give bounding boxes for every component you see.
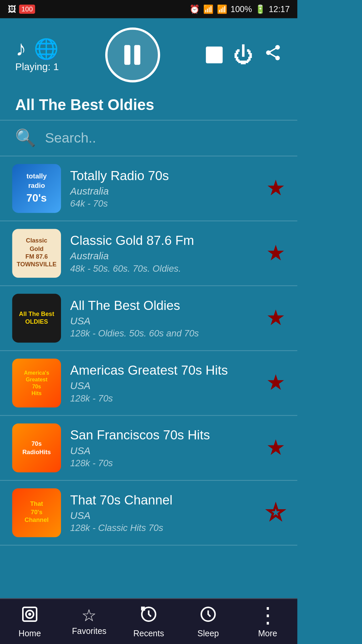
favorite-button[interactable]: ★: [266, 308, 285, 329]
music-icon[interactable]: ♪: [16, 38, 26, 59]
station-logo: That70'sChannel: [12, 488, 61, 537]
nav-recents[interactable]: Recents: [119, 599, 178, 644]
station-country: USA: [70, 444, 257, 456]
station-logo: America'sGreatest70sHits: [12, 359, 61, 408]
station-list: totallyradio70's Totally Radio 70s Austr…: [0, 156, 297, 598]
station-name: Classic Gold 87.6 Fm: [70, 233, 257, 248]
share-button[interactable]: [264, 44, 282, 66]
station-info: Americas Greatest 70s Hits USA 128k - 70…: [70, 363, 257, 404]
station-country: Australia: [70, 250, 257, 261]
station-info: Classic Gold 87.6 Fm Australia 48k - 50s…: [70, 233, 257, 274]
favorites-label: Favorites: [72, 627, 107, 636]
favorite-button[interactable]: ★: [266, 372, 285, 394]
list-item[interactable]: 70sRadioHits San Franciscos 70s Hits USA…: [0, 416, 297, 481]
list-item[interactable]: All The BestOLDIES All The Best Oldies U…: [0, 286, 297, 351]
pause-button[interactable]: [105, 28, 160, 83]
content-area: 🔍 totallyradio70's Totally Radio 70s Aus…: [0, 120, 297, 598]
station-info: All The Best Oldies USA 128k - Oldies. 5…: [70, 298, 257, 338]
search-input[interactable]: [45, 130, 282, 146]
battery-text: 100%: [231, 5, 252, 14]
station-country: Australia: [70, 185, 257, 197]
playing-label: Playing: 1: [15, 61, 59, 72]
pause-icon: [124, 45, 140, 65]
station-logo: ClassicGoldFM 87.6TOWNSVILLE: [12, 229, 61, 278]
favorite-button[interactable]: ★: [266, 437, 285, 459]
station-logo: 70sRadioHits: [12, 424, 61, 473]
player-area: ♪ 🌐 Playing: 1 ⏻: [0, 18, 297, 89]
pause-bar-left: [124, 45, 130, 65]
status-bar: 🖼 100 ⏰ 📶 📶 100% 🔋 12:17: [0, 0, 297, 18]
app-container: 🖼 100 ⏰ 📶 📶 100% 🔋 12:17 ♪ 🌐 Playing: 1: [0, 0, 297, 644]
bottom-nav: Home ☆ Favorites Recents: [0, 598, 297, 644]
more-icon: ⋮: [257, 605, 279, 627]
time-display: 12:17: [269, 5, 290, 14]
nav-home[interactable]: Home: [0, 599, 59, 644]
player-center: [105, 28, 160, 83]
sleep-icon: [199, 605, 218, 627]
station-meta: 128k - 70s: [70, 458, 257, 468]
favorite-button[interactable]: ★: [266, 178, 285, 199]
player-left-row: ♪ 🌐: [16, 38, 58, 59]
recents-label: Recents: [133, 629, 164, 638]
station-logo: totallyradio70's: [12, 164, 61, 213]
favorite-button[interactable]: ☆: [266, 502, 285, 524]
station-logo: All The BestOLDIES: [12, 294, 61, 343]
now-playing-title: All The Best Oldies: [0, 89, 297, 121]
search-bar: 🔍: [0, 120, 297, 156]
home-label: Home: [18, 629, 41, 638]
station-info: San Franciscos 70s Hits USA 128k - 70s: [70, 428, 257, 468]
station-name: San Franciscos 70s Hits: [70, 428, 257, 443]
station-meta: 128k - Classic Hits 70s: [70, 522, 257, 533]
station-country: USA: [70, 315, 257, 326]
station-info: That 70s Channel USA 128k - Classic Hits…: [70, 492, 257, 533]
photo-icon: 🖼: [8, 5, 16, 14]
battery-icon: 🔋: [255, 4, 266, 14]
station-meta: 128k - 70s: [70, 392, 257, 403]
globe-icon[interactable]: 🌐: [34, 39, 58, 58]
station-name: Totally Radio 70s: [70, 168, 257, 183]
favorite-button[interactable]: ★: [266, 243, 285, 264]
station-info: Totally Radio 70s Australia 64k - 70s: [70, 168, 257, 209]
wifi-icon: 📶: [203, 4, 214, 14]
pause-bar-right: [134, 45, 140, 65]
signal-icon: 📶: [217, 4, 228, 14]
radio-app-icon: 100: [19, 5, 35, 14]
search-icon: 🔍: [15, 128, 36, 148]
station-name: All The Best Oldies: [70, 298, 257, 313]
station-meta: 48k - 50s. 60s. 70s. Oldies.: [70, 263, 257, 274]
station-country: USA: [70, 509, 257, 521]
nav-more[interactable]: ⋮ More: [238, 599, 297, 644]
station-country: USA: [70, 380, 257, 391]
svg-point-2: [29, 613, 31, 615]
alarm-icon: ⏰: [189, 4, 200, 14]
status-left: 🖼 100: [8, 5, 35, 14]
list-item[interactable]: totallyradio70's Totally Radio 70s Austr…: [0, 156, 297, 221]
nav-favorites[interactable]: ☆ Favorites: [59, 599, 119, 644]
home-icon: [20, 605, 39, 627]
stop-button[interactable]: [206, 47, 223, 63]
list-item[interactable]: America'sGreatest70sHits Americas Greate…: [0, 351, 297, 416]
player-left-controls: ♪ 🌐 Playing: 1: [15, 38, 59, 72]
sleep-label: Sleep: [197, 629, 219, 638]
power-button[interactable]: ⏻: [233, 43, 253, 67]
player-right-controls: ⏻: [206, 43, 282, 67]
station-name: Americas Greatest 70s Hits: [70, 363, 257, 378]
nav-sleep[interactable]: Sleep: [178, 599, 238, 644]
list-item[interactable]: ClassicGoldFM 87.6TOWNSVILLE Classic Gol…: [0, 221, 297, 286]
station-name: That 70s Channel: [70, 492, 257, 507]
station-meta: 128k - Oldies. 50s. 60s and 70s: [70, 328, 257, 338]
more-label: More: [258, 629, 277, 638]
list-item[interactable]: That70'sChannel That 70s Channel USA 128…: [0, 481, 297, 545]
station-meta: 64k - 70s: [70, 198, 257, 209]
status-right: ⏰ 📶 📶 100% 🔋 12:17: [189, 4, 290, 14]
player-top-row: ♪ 🌐 Playing: 1 ⏻: [15, 28, 282, 83]
recents-icon: [139, 605, 158, 627]
favorites-icon: ☆: [81, 607, 97, 624]
